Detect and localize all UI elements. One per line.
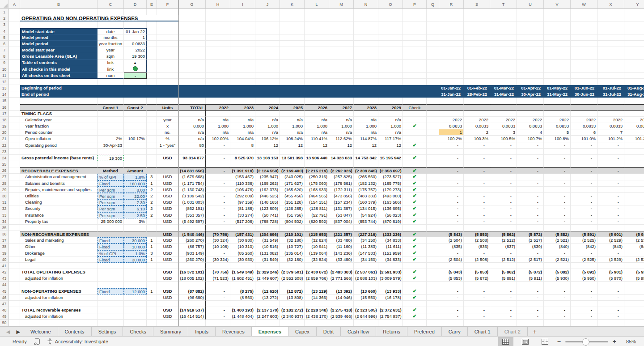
spreadsheet-grid[interactable]: ABCDEFGHIJKLMNOPQRSTUVWXY12OPERATING AND…: [0, 0, 644, 326]
method-input[interactable]: Per sqm: [97, 212, 124, 218]
sheet-tab-checks[interactable]: Checks: [123, 327, 153, 337]
row-header-4[interactable]: 4: [0, 28, 9, 34]
amount-input[interactable]: 30 000: [124, 237, 147, 243]
column-header-C[interactable]: C: [97, 0, 124, 9]
amount-input[interactable]: 12 000: [124, 288, 147, 295]
amount-input[interactable]: 160 000: [124, 180, 147, 187]
sheet-tab-inputs[interactable]: Inputs: [188, 327, 216, 337]
row-header-43[interactable]: 43: [0, 275, 9, 282]
row-header-13[interactable]: 13: [0, 85, 9, 91]
method-input[interactable]: Fixed: [97, 180, 124, 187]
amount-input[interactable]: 22.00: [124, 193, 147, 199]
zoom-in-button[interactable]: +: [613, 337, 616, 346]
sheet-tab-expenses[interactable]: Expenses: [252, 327, 288, 337]
select-all-corner[interactable]: [0, 0, 9, 9]
sheet-tab-chart-2[interactable]: Chart 2: [498, 327, 528, 337]
row-header-5[interactable]: 5: [0, 34, 9, 41]
row-header-29[interactable]: 29: [0, 187, 9, 193]
row-header-49[interactable]: 49: [0, 313, 9, 320]
green-circle-icon[interactable]: [124, 66, 147, 73]
page-break-preview-button[interactable]: [538, 337, 553, 346]
column-header-R[interactable]: R: [439, 0, 464, 9]
method-input[interactable]: Per sqm: [97, 199, 124, 205]
sheet-tab-revenues[interactable]: Revenues: [216, 327, 252, 337]
accessibility-icon[interactable]: [47, 338, 53, 345]
column-header-U[interactable]: U: [517, 0, 544, 9]
amount-input[interactable]: 8.00: [124, 187, 147, 193]
row-header-1[interactable]: 1: [0, 9, 9, 15]
amount-input[interactable]: 2.50: [124, 212, 147, 218]
method-input[interactable]: Fixed: [97, 288, 124, 295]
row-header-3[interactable]: 3: [0, 21, 9, 28]
column-header-V[interactable]: V: [544, 0, 571, 9]
sheet-tab-welcome[interactable]: Welcome: [24, 327, 58, 337]
row-header-23[interactable]: 23: [0, 149, 9, 155]
amount-input[interactable]: 1.0%: [124, 250, 147, 256]
row-header-10[interactable]: 10: [0, 66, 9, 73]
row-header-38[interactable]: 38: [0, 243, 9, 250]
column-header-A[interactable]: A: [9, 0, 20, 9]
row-header-50[interactable]: 50: [0, 320, 9, 326]
row-header-31[interactable]: 31: [0, 199, 9, 205]
amount-input[interactable]: 6.10: [124, 205, 147, 212]
page-layout-button[interactable]: [518, 337, 533, 346]
row-header-9[interactable]: 9: [0, 60, 9, 66]
row-header-48[interactable]: 48: [0, 307, 9, 313]
row-header-45[interactable]: 45: [0, 288, 9, 295]
sheet-tab-carry[interactable]: Carry: [442, 327, 468, 337]
row-header-37[interactable]: 37: [0, 237, 9, 243]
row-header-6[interactable]: 6: [0, 41, 9, 47]
accessibility-status-label[interactable]: Accessibility: Investigate: [55, 339, 108, 344]
row-header-12[interactable]: 12: [0, 79, 9, 85]
column-header-H[interactable]: H: [206, 0, 230, 9]
method-input[interactable]: Fixed: [97, 243, 124, 250]
zoom-slider[interactable]: [565, 341, 608, 342]
sheet-tab-chart-1[interactable]: Chart 1: [468, 327, 498, 337]
row-header-14[interactable]: 14: [0, 91, 9, 98]
column-header-M[interactable]: M: [329, 0, 354, 9]
row-header-25[interactable]: 25: [0, 161, 9, 167]
row-header-39[interactable]: 39: [0, 250, 9, 256]
column-header-Y[interactable]: Y: [624, 0, 644, 9]
row-header-36[interactable]: 36: [0, 231, 9, 237]
macro-record-icon[interactable]: [34, 338, 40, 345]
triangle-up-icon[interactable]: ▲: [124, 60, 147, 66]
method-input[interactable]: Per sqm: [97, 205, 124, 212]
row-header-22[interactable]: 22: [0, 142, 9, 149]
column-header-G[interactable]: G: [178, 0, 206, 9]
column-header-K[interactable]: K: [280, 0, 305, 9]
row-header-28[interactable]: 28: [0, 180, 9, 187]
row-header-8[interactable]: 8: [0, 53, 9, 60]
row-header-26[interactable]: 26: [0, 167, 9, 174]
sheet-tab-settings[interactable]: Settings: [92, 327, 123, 337]
amount-input[interactable]: 30 000: [124, 256, 147, 263]
method-input[interactable]: Fixed: [97, 237, 124, 243]
row-header-24[interactable]: 24: [0, 155, 9, 161]
row-header-42[interactable]: 42: [0, 269, 9, 275]
method-input[interactable]: Per sqm: [97, 193, 124, 199]
column-header-L[interactable]: L: [305, 0, 329, 9]
row-header-21[interactable]: 21: [0, 136, 9, 142]
row-header-33[interactable]: 33: [0, 212, 9, 218]
row-header-27[interactable]: 27: [0, 174, 9, 180]
column-header-B[interactable]: B: [20, 0, 97, 9]
column-header-N[interactable]: N: [354, 0, 378, 9]
column-header-D[interactable]: D: [124, 0, 147, 9]
row-header-17[interactable]: 17: [0, 111, 9, 117]
row-header-2[interactable]: 2: [0, 15, 9, 21]
method-input[interactable]: % of GPI: [97, 174, 124, 180]
row-header-40[interactable]: 40: [0, 256, 9, 263]
row-header-41[interactable]: 41: [0, 263, 9, 269]
new-sheet-button[interactable]: +: [528, 327, 542, 337]
column-header-F[interactable]: F: [157, 0, 178, 9]
column-header-J[interactable]: J: [255, 0, 280, 9]
zoom-out-button[interactable]: −: [557, 337, 561, 346]
column-header-P[interactable]: P: [403, 0, 427, 9]
sheet-tab-debt[interactable]: Debt: [317, 327, 341, 337]
normal-view-button[interactable]: [498, 337, 513, 346]
column-header-T[interactable]: T: [490, 0, 517, 9]
column-header-O[interactable]: O: [378, 0, 403, 9]
method-input[interactable]: Per sqm: [97, 187, 124, 193]
column-header-W[interactable]: W: [571, 0, 597, 9]
sheet-tab-contents[interactable]: Contents: [58, 327, 92, 337]
